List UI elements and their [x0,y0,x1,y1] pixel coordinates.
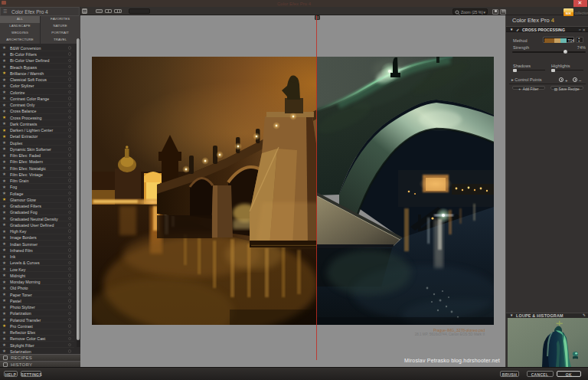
svg-text:T04: T04 [567,38,574,43]
